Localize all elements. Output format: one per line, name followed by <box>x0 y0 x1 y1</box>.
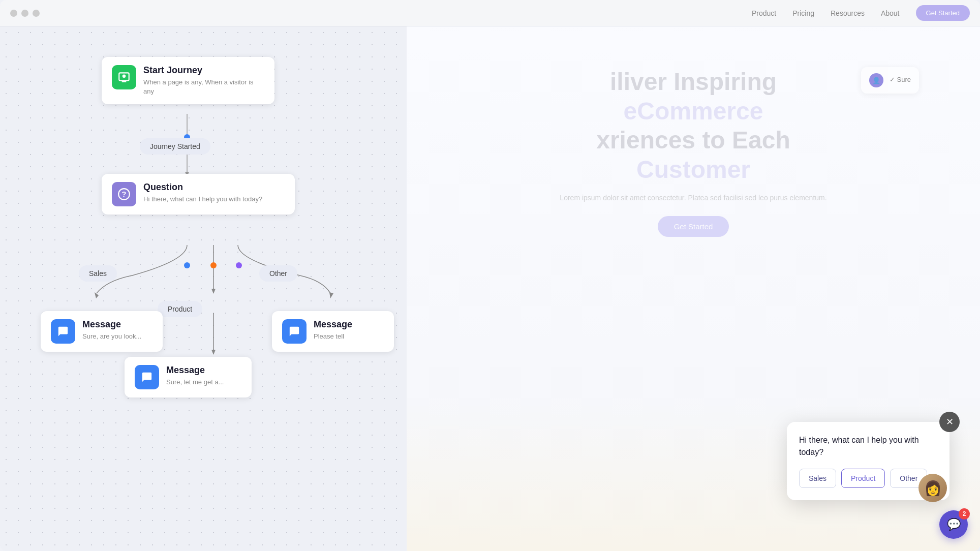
chat-option-sales[interactable]: Sales <box>799 469 836 488</box>
hero-heading: iliver Inspiring eCommerce xriences to E… <box>541 67 846 184</box>
hero-cta-button[interactable]: Get Started <box>658 216 729 237</box>
small-chat-preview: 👤 ✓ Sure <box>861 67 919 94</box>
floating-chat-button[interactable]: 💬 2 <box>939 510 968 539</box>
website-background: iliver Inspiring eCommerce xriences to E… <box>407 26 980 551</box>
message-left-content: Message Sure, are you look... <box>82 319 152 341</box>
nav-pricing[interactable]: Pricing <box>792 9 814 17</box>
nav-product[interactable]: Product <box>752 9 776 17</box>
hero-ecommerce: eCommerce <box>624 98 763 125</box>
chat-icon: 💬 <box>947 518 961 531</box>
titlebar-nav: Product Pricing Resources About Get Star… <box>752 5 970 21</box>
message-right-title: Message <box>314 319 384 330</box>
message-right-icon <box>282 319 307 344</box>
hero-subtitle: Lorem ipsum dolor sit amet consectetur. … <box>541 192 846 203</box>
app-window: Product Pricing Resources About Get Star… <box>0 0 980 551</box>
svg-marker-6 <box>329 292 333 298</box>
message-right-desc: Please tell <box>314 332 384 341</box>
hero-customer: Customer <box>636 156 750 183</box>
flow-panel: Start Journey When a page is any, When a… <box>0 26 407 551</box>
svg-marker-3 <box>95 292 99 298</box>
dot-q-center <box>210 262 217 268</box>
other-badge[interactable]: Other <box>259 265 297 282</box>
unread-badge: 2 <box>959 508 970 519</box>
small-chat-text: ✓ Sure <box>890 76 911 83</box>
svg-point-14 <box>122 75 126 78</box>
start-journey-node[interactable]: Start Journey When a page is any, When a… <box>102 57 274 104</box>
message-center-title: Message <box>166 365 241 376</box>
nav-about[interactable]: About <box>881 9 900 17</box>
journey-started-badge: Journey Started <box>140 138 210 155</box>
chat-avatar-container: 👩 <box>918 474 947 502</box>
dot-q-left <box>184 262 190 268</box>
hero-line1: iliver Inspiring <box>610 68 777 95</box>
dot-q-right <box>236 262 242 268</box>
chat-option-product[interactable]: Product <box>841 469 885 488</box>
question-desc: Hi there, what can I help you with today… <box>143 195 285 204</box>
question-title: Question <box>143 182 285 193</box>
message-right-content: Message Please tell <box>314 319 384 341</box>
message-left-icon <box>51 319 75 344</box>
message-left-node[interactable]: Message Sure, are you look... <box>41 311 163 352</box>
hero-text-section: iliver Inspiring eCommerce xriences to E… <box>541 67 846 237</box>
message-right-node[interactable]: Message Please tell <box>272 311 394 352</box>
question-icon: ? <box>112 182 136 206</box>
sales-badge[interactable]: Sales <box>79 265 117 282</box>
question-node[interactable]: ? Question Hi there, what can I help you… <box>102 174 295 215</box>
product-badge[interactable]: Product <box>158 301 202 317</box>
message-left-title: Message <box>82 319 152 330</box>
message-center-desc: Sure, let me get a... <box>166 378 241 387</box>
question-content: Question Hi there, what can I help you w… <box>143 182 285 204</box>
flow-container: Start Journey When a page is any, When a… <box>30 47 386 504</box>
small-avatar-icon: 👤 <box>869 73 883 87</box>
message-left-desc: Sure, are you look... <box>82 332 152 341</box>
svg-marker-8 <box>211 350 216 355</box>
titlebar: Product Pricing Resources About Get Star… <box>0 0 980 26</box>
chat-options-container: Sales Product Other <box>799 469 937 488</box>
traffic-lights <box>10 10 40 17</box>
right-panel: iliver Inspiring eCommerce xriences to E… <box>407 26 980 551</box>
traffic-light-minimize[interactable] <box>21 10 28 17</box>
chat-avatar: 👩 <box>918 474 947 502</box>
svg-marker-5 <box>211 289 216 294</box>
message-center-content: Message Sure, let me get a... <box>166 365 241 387</box>
message-center-node[interactable]: Message Sure, let me get a... <box>125 357 252 397</box>
message-center-icon <box>135 365 159 389</box>
start-journey-title: Start Journey <box>143 65 264 76</box>
chat-question-text: Hi there, what can I help you with today… <box>799 434 937 458</box>
nav-cta-button[interactable]: Get Started <box>916 5 970 21</box>
start-journey-desc: When a page is any, When a visitor is an… <box>143 78 264 96</box>
chat-close-button[interactable]: ✕ <box>939 412 960 432</box>
traffic-light-close[interactable] <box>10 10 17 17</box>
main-content: Start Journey When a page is any, When a… <box>0 26 980 551</box>
start-journey-icon <box>112 65 136 89</box>
start-journey-content: Start Journey When a page is any, When a… <box>143 65 264 96</box>
hero-line3: xriences to Each <box>596 127 790 154</box>
svg-text:?: ? <box>121 190 126 198</box>
nav-resources[interactable]: Resources <box>831 9 865 17</box>
traffic-light-maximize[interactable] <box>33 10 40 17</box>
